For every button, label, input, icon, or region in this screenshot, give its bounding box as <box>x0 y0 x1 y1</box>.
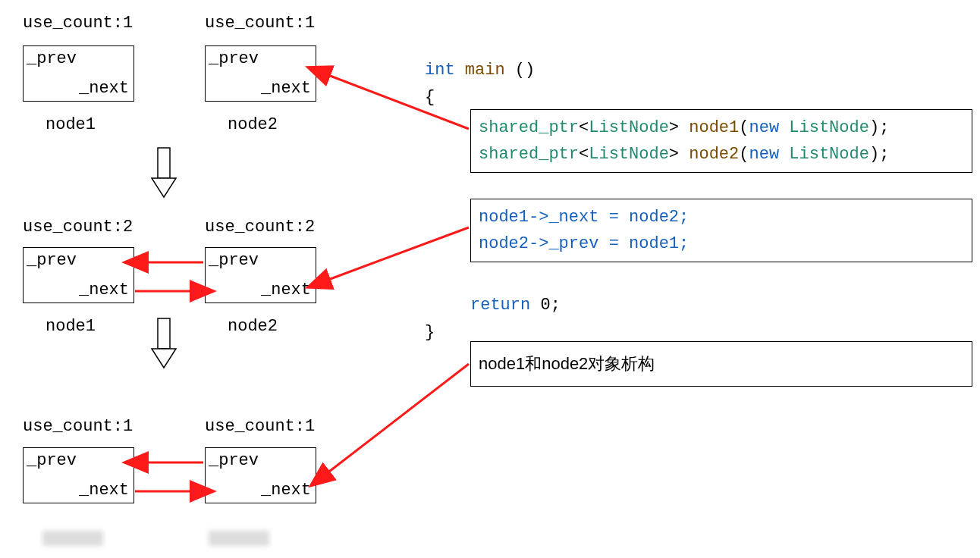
stage1-node1-box: _prev _next <box>23 45 134 102</box>
assign-line2: node2->_prev = node1; <box>479 230 964 257</box>
arrow-codebox3-to-stage3 <box>326 364 469 474</box>
arrow-codebox2-to-stage2 <box>326 227 469 281</box>
stage2-node2-label: node2 <box>228 317 278 336</box>
brace-close: } <box>425 323 435 342</box>
stage1-node1-usecount: use_count:1 <box>23 14 133 33</box>
prev-label: _prev <box>209 451 259 470</box>
code-return: return 0; <box>470 296 561 315</box>
stage1-node2-label: node2 <box>228 115 278 134</box>
stage1-node2-usecount: use_count:1 <box>205 14 315 33</box>
fn-main: main <box>465 61 505 80</box>
code-box-assign: node1->_next = node2; node2->_prev = nod… <box>470 199 972 262</box>
next-label: _next <box>261 79 311 98</box>
kw-int: int <box>425 61 455 80</box>
prev-label: _prev <box>27 251 77 270</box>
shared-ptr-line2: shared_ptr<ListNode> node2(new ListNode)… <box>479 141 964 168</box>
stage3-node2-usecount: use_count:1 <box>205 417 315 436</box>
stage3-node1-usecount: use_count:1 <box>23 417 133 436</box>
arrows-overlay <box>0 0 980 558</box>
next-label: _next <box>79 481 129 500</box>
stage3-node1-box: _prev _next <box>23 447 134 503</box>
prev-label: _prev <box>209 49 259 68</box>
down-arrow-2 <box>152 318 176 368</box>
stage2-node2-box: _prev _next <box>205 247 316 303</box>
code-box-shared-ptr: shared_ptr<ListNode> node1(new ListNode)… <box>470 109 972 173</box>
next-label: _next <box>79 79 129 98</box>
code-box-destruct: node1和node2对象析构 <box>470 341 972 387</box>
stage3-node2-box: _prev _next <box>205 447 316 503</box>
stage3-node2-label-blurred <box>209 531 269 546</box>
down-arrow-1 <box>152 148 176 197</box>
prev-label: _prev <box>27 49 77 68</box>
prev-label: _prev <box>209 251 259 270</box>
brace-open: { <box>425 88 435 107</box>
stage1-node2-box: _prev _next <box>205 45 316 102</box>
code-line-int-main: int main () <box>425 61 535 80</box>
prev-label: _prev <box>27 451 77 470</box>
stage2-node1-label: node1 <box>46 317 96 336</box>
assign-line1: node1->_next = node2; <box>479 204 964 230</box>
stage2-node2-usecount: use_count:2 <box>205 218 315 237</box>
shared-ptr-line1: shared_ptr<ListNode> node1(new ListNode)… <box>479 114 964 141</box>
next-label: _next <box>261 281 311 299</box>
next-label: _next <box>79 281 129 299</box>
svg-rect-4 <box>158 318 170 349</box>
destruct-text: node1和node2对象析构 <box>479 350 655 377</box>
stage2-node1-box: _prev _next <box>23 247 134 303</box>
stage1-node1-label: node1 <box>46 115 96 134</box>
next-label: _next <box>261 481 311 500</box>
arrow-codebox1-to-stage1 <box>326 74 469 129</box>
svg-marker-5 <box>152 349 176 368</box>
svg-marker-3 <box>152 178 176 197</box>
stage3-node1-label-blurred <box>42 531 103 546</box>
stage2-node1-usecount: use_count:2 <box>23 218 133 237</box>
parens: () <box>515 61 535 80</box>
svg-rect-2 <box>158 148 170 178</box>
